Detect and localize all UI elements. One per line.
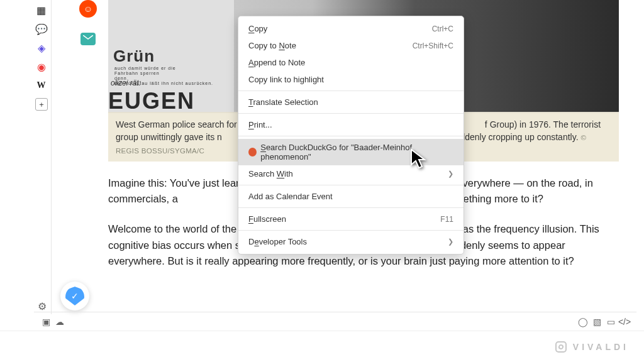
panels-wikipedia-icon[interactable]: W	[35, 79, 48, 92]
poster-text: Grün	[113, 47, 155, 65]
ctx-append-note[interactable]: Append to Note	[238, 54, 464, 71]
duckduckgo-icon	[248, 148, 257, 156]
panel-sidebar: ▦ 💬 ◈ ◉ W ＋	[34, 0, 52, 314]
panels-vivaldi-icon[interactable]: ◉	[35, 60, 48, 73]
ctx-copy-link-highlight[interactable]: Copy link to highlight	[238, 71, 464, 88]
context-menu: CopyCtrl+C Copy to NoteCtrl+Shift+C Appe…	[238, 16, 464, 255]
share-column: ☺	[75, 0, 101, 45]
status-capture-icon[interactable]: ◯	[576, 317, 590, 327]
vivaldi-logo-icon	[555, 341, 567, 353]
status-code-icon[interactable]: </>	[618, 317, 631, 327]
poster-eugen: EUGEN	[108, 88, 195, 112]
ctx-separator	[238, 185, 464, 185]
ctx-search-duckduckgo[interactable]: Search DuckDuckGo for "Baader-Meinhof ph…	[238, 139, 464, 165]
status-images-icon[interactable]: ▧	[590, 317, 604, 327]
ctx-print[interactable]: Print...	[238, 116, 464, 133]
ctx-fullscreen[interactable]: FullscreenF11	[238, 211, 464, 228]
panels-window-icon[interactable]: ▦	[35, 4, 48, 16]
ctx-translate[interactable]: Translate Selection	[238, 94, 464, 111]
share-email-icon[interactable]	[80, 33, 96, 45]
panels-chat-icon[interactable]: 💬	[35, 23, 48, 35]
ctx-search-with[interactable]: Search With❯	[238, 165, 464, 182]
privacy-shield-badge[interactable]: ✓	[60, 282, 89, 310]
share-reddit-icon[interactable]: ☺	[79, 0, 97, 18]
ctx-add-calendar[interactable]: Add as Calendar Event	[238, 188, 464, 205]
caption-text-tail: suddenly cropping up constantly.	[451, 132, 579, 142]
chevron-right-icon: ❯	[448, 170, 453, 178]
ctx-copy-to-note[interactable]: Copy to NoteCtrl+Shift+C	[238, 37, 464, 54]
ctx-separator	[238, 113, 464, 114]
panels-add-icon[interactable]: ＋	[35, 98, 48, 111]
vivaldi-brand-bar: VIVALDI	[0, 331, 644, 362]
ctx-copy[interactable]: CopyCtrl+C	[238, 20, 464, 37]
chevron-right-icon: ❯	[448, 238, 453, 246]
ctx-separator	[238, 207, 464, 208]
vivaldi-wordmark: VIVALDI	[573, 342, 629, 352]
status-sync-icon[interactable]: ☁	[53, 317, 67, 327]
status-bar: ▣ ☁ ◯ ▧ ▭ </>	[34, 312, 636, 331]
status-tiling-icon[interactable]: ▭	[604, 317, 618, 327]
poster-fragment: Grünauch damit würde er dieFahrbahn sper…	[108, 0, 234, 112]
ctx-separator	[238, 230, 464, 231]
ctx-separator	[238, 90, 464, 91]
poster-polizei: olizei rät:	[111, 79, 141, 87]
shield-icon: ✓	[65, 287, 84, 305]
caption-text-pre: West German police search for nine	[116, 119, 256, 129]
status-panel-toggle-icon[interactable]: ▣	[39, 317, 53, 327]
ctx-developer-tools[interactable]: Developer Tools❯	[238, 233, 464, 250]
ctx-separator	[238, 136, 464, 136]
panels-mastodon-icon[interactable]: ◈	[35, 41, 48, 54]
settings-gear-icon[interactable]: ⚙	[38, 300, 47, 312]
